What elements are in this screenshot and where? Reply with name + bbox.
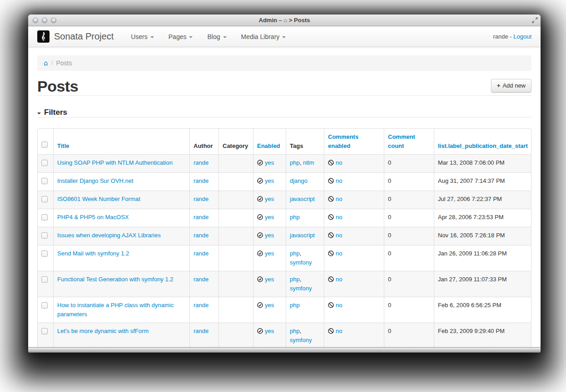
post-title-link[interactable]: Send Mail with symfony 1.2 <box>57 250 129 257</box>
enabled-toggle-link[interactable]: yes <box>265 214 274 220</box>
tag-link[interactable]: php <box>290 276 300 283</box>
column-sort-link[interactable]: Comments enabled <box>328 133 358 149</box>
tag-link[interactable]: php <box>290 159 300 166</box>
comment-count-cell: 0 <box>384 227 434 245</box>
author-link[interactable]: rande <box>194 196 209 202</box>
comments-enabled-toggle-link[interactable]: no <box>336 196 342 202</box>
row-checkbox[interactable] <box>41 214 48 220</box>
row-checkbox[interactable] <box>41 178 48 184</box>
enabled-toggle-link[interactable]: yes <box>265 302 274 309</box>
author-link[interactable]: rande <box>194 214 209 220</box>
brand-link[interactable]: Sonata Project <box>54 31 114 42</box>
caret-down-icon <box>37 113 41 114</box>
row-checkbox[interactable] <box>41 328 48 334</box>
enabled-toggle-link[interactable]: yes <box>265 232 274 239</box>
post-title-link[interactable]: Using SOAP PHP with NTLM Authentication <box>57 159 173 166</box>
table-row: PHP4 & PHP5 on MacOSXrandeyesphpno0Apr 2… <box>38 209 531 227</box>
minimize-window-button[interactable] <box>42 18 47 23</box>
nav-menu-media-library[interactable]: Media Library <box>234 26 293 47</box>
enabled-toggle-link[interactable]: yes <box>265 276 274 283</box>
post-title-link[interactable]: Issues when developing AJAX Libraries <box>57 232 161 239</box>
comments-enabled-toggle-link[interactable]: no <box>336 250 342 257</box>
author-link[interactable]: rande <box>194 328 209 334</box>
post-title-link[interactable]: Functional Test Generation with symfony … <box>57 276 174 283</box>
tag-link[interactable]: ntlm <box>303 159 314 166</box>
tags-cell: javascript <box>286 191 324 209</box>
post-title-link[interactable]: Let's be more dynamic with sfForm <box>57 328 149 334</box>
filters-toggle[interactable]: Filters <box>37 108 67 117</box>
author-link[interactable]: rande <box>194 232 209 239</box>
comments-enabled-toggle-link[interactable]: no <box>336 232 342 239</box>
select-all-checkbox[interactable] <box>41 142 48 148</box>
enabled-toggle-link[interactable]: yes <box>265 177 274 184</box>
publication-date-cell: Aug 31, 2007 7:14:37 PM <box>434 172 531 191</box>
tags-cell: php, ntlm <box>286 154 324 172</box>
row-checkbox[interactable] <box>41 250 48 257</box>
enabled-toggle-link[interactable]: yes <box>265 250 274 257</box>
ban-circle-icon <box>328 328 334 334</box>
post-title-link[interactable]: Installer Django Sur OVH.net <box>57 177 134 184</box>
tag-link[interactable]: javascript <box>290 232 315 239</box>
plus-icon: + <box>497 82 501 89</box>
tag-link[interactable]: php <box>290 250 300 257</box>
check-circle-icon <box>257 214 263 220</box>
column-sort-link[interactable]: list.label_publication_date_start <box>438 142 528 149</box>
comments-enabled-toggle-link[interactable]: no <box>336 328 342 334</box>
enabled-cell: yes <box>253 323 286 347</box>
comments-enabled-toggle-link[interactable]: no <box>336 276 342 283</box>
column-sort-link[interactable]: Enabled <box>257 142 280 149</box>
table-head-row: TitleAuthorCategoryEnabledTagsComments e… <box>38 129 531 154</box>
column-sort-link[interactable]: Title <box>57 142 70 149</box>
post-title-link[interactable]: PHP4 & PHP5 on MacOSX <box>57 214 129 220</box>
row-checkbox[interactable] <box>41 196 48 202</box>
enabled-toggle-link[interactable]: yes <box>265 328 274 334</box>
logout-link[interactable]: Logout <box>513 33 531 40</box>
author-link[interactable]: rande <box>194 276 209 283</box>
ban-circle-icon <box>328 232 334 238</box>
row-checkbox[interactable] <box>41 276 48 283</box>
nav-menu-pages[interactable]: Pages <box>161 26 200 47</box>
column-header: Comments enabled <box>324 129 384 154</box>
tag-link[interactable]: symfony <box>290 285 312 292</box>
divider <box>37 117 531 118</box>
row-checkbox[interactable] <box>41 232 48 239</box>
tag-link[interactable]: django <box>290 177 308 184</box>
post-title-link[interactable]: How to instantiate a PHP class with dyna… <box>57 302 174 318</box>
comments-enabled-toggle-link[interactable]: no <box>336 302 342 309</box>
zoom-window-button[interactable] <box>51 18 56 23</box>
author-link[interactable]: rande <box>194 250 209 257</box>
column-sort-link[interactable]: Comment count <box>388 133 415 149</box>
table-row: How to instantiate a PHP class with dyna… <box>38 297 531 323</box>
nav-menu-label: Pages <box>169 33 187 40</box>
enabled-toggle-link[interactable]: yes <box>265 196 274 202</box>
post-title-link[interactable]: ISO8601 Week Number Format <box>57 196 140 202</box>
author-link[interactable]: rande <box>194 177 209 184</box>
add-new-button[interactable]: +Add new <box>491 79 531 93</box>
row-checkbox[interactable] <box>41 302 48 309</box>
enabled-toggle-link[interactable]: yes <box>265 159 274 166</box>
category-cell <box>218 209 253 227</box>
author-link[interactable]: rande <box>194 159 209 166</box>
tag-link[interactable]: php <box>290 328 300 334</box>
nav-menu-blog[interactable]: Blog <box>200 26 233 47</box>
comments-enabled-toggle-link[interactable]: no <box>336 159 342 166</box>
tag-link[interactable]: php <box>290 214 300 220</box>
home-icon[interactable]: ⌂ <box>44 59 48 67</box>
window-title: Admin – ⌂ > Posts <box>259 17 310 24</box>
comment-count-cell: 0 <box>384 271 434 297</box>
author-cell: rande <box>189 323 218 347</box>
close-window-button[interactable] <box>33 18 38 23</box>
nav-menu-users[interactable]: Users <box>124 26 161 47</box>
row-checkbox[interactable] <box>41 160 48 166</box>
tag-link[interactable]: php <box>290 302 300 309</box>
resize-icon[interactable] <box>531 17 538 24</box>
author-cell: rande <box>189 172 218 191</box>
comments-enabled-toggle-link[interactable]: no <box>336 214 342 220</box>
tag-link[interactable]: javascript <box>290 196 315 202</box>
author-link[interactable]: rande <box>194 302 209 309</box>
enabled-cell: yes <box>253 154 286 172</box>
comments-enabled-toggle-link[interactable]: no <box>336 177 342 184</box>
author-cell: rande <box>189 209 218 227</box>
tag-link[interactable]: symfony <box>290 259 312 266</box>
tag-link[interactable]: symfony <box>290 337 312 343</box>
